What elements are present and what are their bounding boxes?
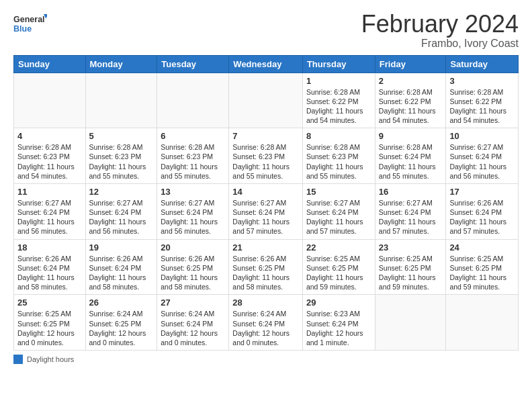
- col-monday: Monday: [85, 55, 157, 73]
- day-info: Sunrise: 6:27 AMSunset: 6:24 PMDaylight:…: [306, 198, 371, 236]
- calendar-cell: [85, 73, 157, 128]
- day-number: 27: [161, 298, 225, 308]
- day-info: Sunrise: 6:28 AMSunset: 6:23 PMDaylight:…: [89, 142, 154, 181]
- header: General Blue February 2024 Frambo, Ivory…: [13, 11, 519, 50]
- day-number: 18: [17, 242, 82, 253]
- col-saturday: Saturday: [446, 55, 519, 73]
- calendar-cell: 1Sunrise: 6:28 AMSunset: 6:22 PMDaylight…: [302, 73, 375, 128]
- day-number: 15: [306, 187, 371, 197]
- day-number: 19: [89, 242, 154, 253]
- calendar-cell: 16Sunrise: 6:27 AMSunset: 6:24 PMDayligh…: [375, 183, 446, 239]
- calendar-cell: 10Sunrise: 6:27 AMSunset: 6:24 PMDayligh…: [446, 128, 519, 184]
- day-number: 29: [306, 298, 371, 308]
- day-info: Sunrise: 6:28 AMSunset: 6:22 PMDaylight:…: [449, 87, 515, 126]
- calendar-cell: 22Sunrise: 6:25 AMSunset: 6:25 PMDayligh…: [302, 239, 375, 295]
- day-info: Sunrise: 6:24 AMSunset: 6:25 PMDaylight:…: [89, 309, 154, 347]
- calendar-cell: 5Sunrise: 6:28 AMSunset: 6:23 PMDaylight…: [85, 128, 157, 184]
- day-info: Sunrise: 6:27 AMSunset: 6:24 PMDaylight:…: [89, 198, 154, 236]
- day-number: 14: [232, 187, 299, 197]
- col-thursday: Thursday: [302, 55, 375, 73]
- calendar-cell: [446, 295, 519, 351]
- day-info: Sunrise: 6:28 AMSunset: 6:24 PMDaylight:…: [379, 142, 443, 181]
- day-number: 16: [379, 187, 443, 197]
- day-info: Sunrise: 6:27 AMSunset: 6:24 PMDaylight:…: [232, 198, 299, 236]
- day-info: Sunrise: 6:24 AMSunset: 6:24 PMDaylight:…: [232, 309, 299, 347]
- calendar-week-3: 11Sunrise: 6:27 AMSunset: 6:24 PMDayligh…: [14, 183, 519, 239]
- day-number: 5: [89, 131, 154, 141]
- daylight-label: Daylight hours: [27, 355, 74, 363]
- calendar-cell: 13Sunrise: 6:27 AMSunset: 6:24 PMDayligh…: [157, 183, 229, 239]
- day-info: Sunrise: 6:26 AMSunset: 6:24 PMDaylight:…: [17, 254, 82, 292]
- calendar-cell: 20Sunrise: 6:26 AMSunset: 6:25 PMDayligh…: [157, 239, 229, 295]
- daylight-box: [13, 355, 23, 364]
- day-number: 23: [379, 242, 443, 253]
- day-number: 20: [161, 242, 225, 253]
- day-number: 17: [449, 187, 515, 197]
- day-info: Sunrise: 6:27 AMSunset: 6:24 PMDaylight:…: [17, 198, 82, 236]
- day-info: Sunrise: 6:25 AMSunset: 6:25 PMDaylight:…: [17, 309, 82, 347]
- calendar-week-5: 25Sunrise: 6:25 AMSunset: 6:25 PMDayligh…: [14, 295, 519, 351]
- calendar-header: Sunday Monday Tuesday Wednesday Thursday…: [14, 55, 519, 73]
- day-number: 24: [449, 242, 515, 253]
- day-info: Sunrise: 6:28 AMSunset: 6:23 PMDaylight:…: [306, 142, 371, 181]
- day-number: 3: [449, 76, 515, 86]
- day-number: 1: [306, 76, 371, 86]
- day-number: 8: [306, 131, 371, 141]
- day-info: Sunrise: 6:26 AMSunset: 6:25 PMDaylight:…: [232, 254, 299, 292]
- calendar-cell: 11Sunrise: 6:27 AMSunset: 6:24 PMDayligh…: [14, 183, 86, 239]
- calendar-cell: 14Sunrise: 6:27 AMSunset: 6:24 PMDayligh…: [229, 183, 303, 239]
- day-info: Sunrise: 6:23 AMSunset: 6:24 PMDaylight:…: [306, 309, 371, 347]
- page-subtitle: Frambo, Ivory Coast: [361, 38, 519, 50]
- calendar-cell: [375, 295, 446, 351]
- calendar-cell: [229, 73, 303, 128]
- col-friday: Friday: [375, 55, 446, 73]
- calendar-cell: 19Sunrise: 6:26 AMSunset: 6:24 PMDayligh…: [85, 239, 157, 295]
- day-number: 11: [17, 187, 82, 197]
- day-number: 21: [232, 242, 299, 253]
- day-number: 13: [161, 187, 225, 197]
- day-number: 9: [379, 131, 443, 141]
- calendar-cell: 8Sunrise: 6:28 AMSunset: 6:23 PMDaylight…: [302, 128, 375, 184]
- calendar-cell: 17Sunrise: 6:26 AMSunset: 6:24 PMDayligh…: [446, 183, 519, 239]
- day-info: Sunrise: 6:25 AMSunset: 6:25 PMDaylight:…: [449, 254, 515, 292]
- day-number: 26: [89, 298, 154, 308]
- col-sunday: Sunday: [14, 55, 86, 73]
- calendar-cell: 9Sunrise: 6:28 AMSunset: 6:24 PMDaylight…: [375, 128, 446, 184]
- day-info: Sunrise: 6:26 AMSunset: 6:24 PMDaylight:…: [449, 198, 515, 236]
- day-number: 4: [17, 131, 82, 141]
- calendar-week-4: 18Sunrise: 6:26 AMSunset: 6:24 PMDayligh…: [14, 239, 519, 295]
- calendar-cell: 27Sunrise: 6:24 AMSunset: 6:24 PMDayligh…: [157, 295, 229, 351]
- logo-svg: General Blue: [13, 11, 47, 38]
- day-number: 25: [17, 298, 82, 308]
- header-row: Sunday Monday Tuesday Wednesday Thursday…: [14, 55, 519, 73]
- col-wednesday: Wednesday: [229, 55, 303, 73]
- day-number: 22: [306, 242, 371, 253]
- calendar-cell: 12Sunrise: 6:27 AMSunset: 6:24 PMDayligh…: [85, 183, 157, 239]
- calendar-cell: 4Sunrise: 6:28 AMSunset: 6:23 PMDaylight…: [14, 128, 86, 184]
- calendar-cell: 21Sunrise: 6:26 AMSunset: 6:25 PMDayligh…: [229, 239, 303, 295]
- day-info: Sunrise: 6:25 AMSunset: 6:25 PMDaylight:…: [379, 254, 443, 292]
- calendar-cell: 26Sunrise: 6:24 AMSunset: 6:25 PMDayligh…: [85, 295, 157, 351]
- day-info: Sunrise: 6:27 AMSunset: 6:24 PMDaylight:…: [449, 142, 515, 181]
- day-number: 12: [89, 187, 154, 197]
- page-title: February 2024: [361, 11, 519, 38]
- calendar-body: 1Sunrise: 6:28 AMSunset: 6:22 PMDaylight…: [14, 73, 519, 350]
- calendar-cell: 23Sunrise: 6:25 AMSunset: 6:25 PMDayligh…: [375, 239, 446, 295]
- day-info: Sunrise: 6:27 AMSunset: 6:24 PMDaylight:…: [161, 198, 225, 236]
- day-info: Sunrise: 6:28 AMSunset: 6:23 PMDaylight:…: [232, 142, 299, 181]
- calendar-cell: 28Sunrise: 6:24 AMSunset: 6:24 PMDayligh…: [229, 295, 303, 351]
- calendar-week-1: 1Sunrise: 6:28 AMSunset: 6:22 PMDaylight…: [14, 73, 519, 128]
- calendar-cell: 18Sunrise: 6:26 AMSunset: 6:24 PMDayligh…: [14, 239, 86, 295]
- day-info: Sunrise: 6:28 AMSunset: 6:23 PMDaylight:…: [17, 142, 82, 181]
- day-number: 2: [379, 76, 443, 86]
- calendar-table: Sunday Monday Tuesday Wednesday Thursday…: [13, 55, 519, 351]
- calendar-cell: 3Sunrise: 6:28 AMSunset: 6:22 PMDaylight…: [446, 73, 519, 128]
- day-number: 6: [161, 131, 225, 141]
- calendar-cell: 2Sunrise: 6:28 AMSunset: 6:22 PMDaylight…: [375, 73, 446, 128]
- page: General Blue February 2024 Frambo, Ivory…: [0, 0, 532, 411]
- calendar-cell: [14, 73, 86, 128]
- day-number: 7: [232, 131, 299, 141]
- day-info: Sunrise: 6:27 AMSunset: 6:24 PMDaylight:…: [379, 198, 443, 236]
- title-area: February 2024 Frambo, Ivory Coast: [361, 11, 519, 50]
- day-info: Sunrise: 6:25 AMSunset: 6:25 PMDaylight:…: [306, 254, 371, 292]
